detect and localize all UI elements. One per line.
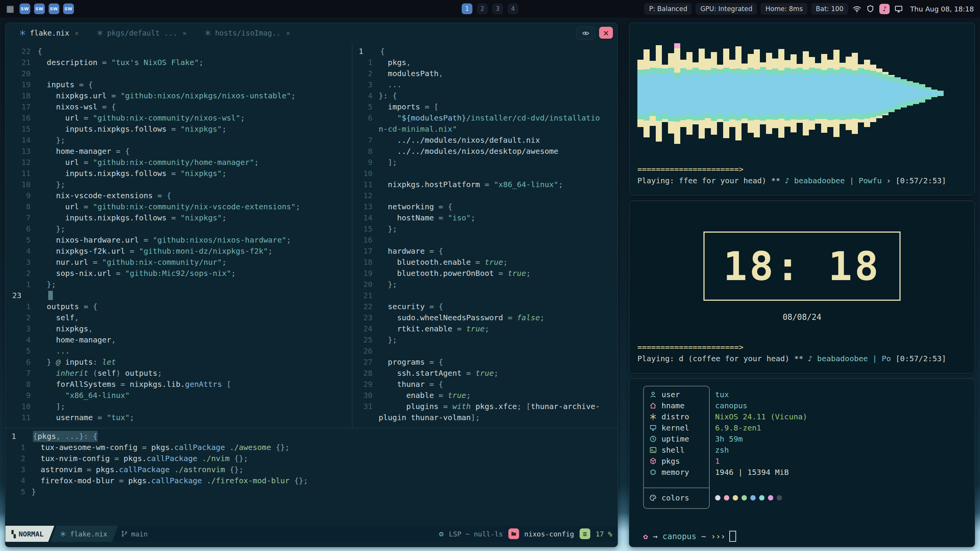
- distro-icon: [648, 413, 658, 421]
- visualizer-column: [931, 32, 938, 155]
- visualizer-window: ======================> Playing: ffee fo…: [629, 23, 975, 196]
- tab-hosts/isoImag..[interactable]: hosts/isoImag..×: [204, 29, 290, 37]
- eye-icon: [582, 29, 590, 37]
- code-line: 30 enable = true;: [357, 390, 617, 401]
- visualizer-column: [729, 32, 735, 155]
- code-line: 25 };: [357, 334, 617, 346]
- code-line: 18 nixpkgs.url = "github:nixos/nixpkgs/n…: [11, 90, 352, 101]
- shield-icon[interactable]: [866, 5, 875, 13]
- code-line: 11 username = "tux";: [11, 412, 352, 423]
- code-line: 18 bluetooth.enable = true;: [357, 257, 617, 268]
- code-line: 2 self,: [11, 312, 352, 323]
- workspace-icon[interactable]: SW: [63, 3, 74, 14]
- code-line: 1{: [357, 46, 617, 57]
- color-dot: [733, 495, 738, 500]
- workspace-icon[interactable]: SW: [20, 3, 30, 14]
- uptime-icon: [648, 435, 658, 443]
- visualizer-column: [656, 32, 662, 155]
- fetch-row-distro: distroNixOS 24.11 (Vicuna): [643, 411, 961, 422]
- code-line: 14 };: [11, 135, 352, 146]
- code-pane-iso[interactable]: 1{1 pkgs,2 modulesPath,3 ...4}: {5 impor…: [353, 43, 617, 428]
- gear-icon: ⚙: [439, 529, 444, 538]
- music-icon[interactable]: ♪: [879, 4, 890, 14]
- code-line: 22 security = {: [357, 301, 617, 312]
- shell-icon: [648, 446, 658, 454]
- visualizer-column: [895, 32, 901, 155]
- code-line: 15 };: [357, 223, 617, 235]
- code-line: 12 url = "github:nix-community/home-mana…: [11, 157, 352, 168]
- tag-2[interactable]: 2: [477, 3, 488, 14]
- code-line: 6 };: [11, 223, 352, 235]
- color-dot: [742, 495, 747, 500]
- code-pane-flake[interactable]: 22{21 description = "tux's NixOS Flake";…: [5, 43, 352, 428]
- terminal-cursor: [729, 531, 736, 542]
- window-close-button[interactable]: ×: [599, 27, 613, 39]
- tab-flake.nix[interactable]: flake.nix×: [19, 29, 79, 37]
- status-chip: P: Balanced: [644, 3, 692, 15]
- code-line: 10 };: [11, 179, 352, 190]
- workspace-icon[interactable]: SW: [49, 3, 59, 14]
- color-dot: [759, 495, 764, 500]
- visualizer-column: [938, 32, 944, 155]
- preview-toggle-button[interactable]: [576, 27, 595, 39]
- workspace-icon[interactable]: SW: [34, 3, 45, 14]
- visualizer-column: [760, 32, 766, 155]
- scroll-progress-icon: ≡: [580, 528, 590, 539]
- tab-close-icon[interactable]: ×: [286, 29, 290, 37]
- visualizer-column: [846, 32, 852, 155]
- visualizer-column: [668, 32, 674, 155]
- visualizer-column: [827, 32, 833, 155]
- workspace-list: SWSWSWSW: [20, 3, 74, 14]
- user-icon: [648, 391, 658, 398]
- code-line: 7 ../../modules/nixos/default.nix: [357, 135, 617, 146]
- code-line: 20: [11, 68, 352, 79]
- shell-prompt[interactable]: ✿ → canopus ~ ›››: [643, 531, 736, 542]
- visualizer-column: [858, 32, 864, 155]
- folder-icon: [511, 531, 517, 537]
- visualizer-column: [766, 32, 772, 155]
- visualizer-column: [919, 32, 925, 155]
- visualizer-column: [754, 32, 760, 155]
- launcher-icon[interactable]: ▦: [6, 5, 14, 13]
- tag-4[interactable]: 4: [508, 3, 518, 14]
- visualizer-column: [901, 32, 907, 155]
- code-line: 5}: [10, 486, 617, 497]
- tag-1[interactable]: 1: [462, 3, 472, 14]
- visualizer-column: [809, 32, 815, 155]
- mode-icon: ▚: [11, 530, 16, 538]
- code-line: 8 forAllSystems = nixpkgs.lib.genAttrs [: [11, 379, 352, 390]
- now-playing: Playing: d (coffee for your head) ** ♪ b…: [637, 354, 969, 365]
- topbar-clock: Thu Aug 08, 18:18: [910, 5, 974, 13]
- system-status-chips: P: BalancedGPU: IntegratedHome: 8msBat: …: [644, 3, 848, 15]
- code-line: 21: [357, 290, 617, 301]
- code-line: 21 description = "tux's NixOS Flake";: [11, 57, 352, 68]
- wifi-icon[interactable]: [853, 5, 861, 13]
- nix-icon: [204, 29, 211, 36]
- tab-close-icon[interactable]: ×: [75, 29, 79, 37]
- color-dot: [724, 495, 729, 500]
- code-line: n-cd-minimal.nix": [357, 124, 617, 135]
- fetch-row-shell: shellzsh: [643, 444, 961, 455]
- editor-window: flake.nix×pkgs/default ...×hosts/isoImag…: [5, 23, 618, 547]
- display-icon[interactable]: [894, 5, 903, 13]
- visualizer-column: [803, 32, 809, 155]
- code-line: 1{pkgs, ...}: {: [10, 431, 617, 442]
- colors-label: colors: [662, 493, 709, 502]
- tag-3[interactable]: 3: [492, 3, 503, 14]
- code-line: 10 ];: [11, 401, 352, 412]
- fetch-row-memory: memory1946 | 15394 MiB: [643, 466, 961, 478]
- fetch-row-pkgs: pkgs1: [643, 455, 961, 466]
- visualizer-column: [907, 32, 913, 155]
- tab-close-icon[interactable]: ×: [183, 29, 187, 37]
- code-line: 19 bluetooth.powerOnBoot = true;: [357, 268, 617, 279]
- visualizer-column: [644, 32, 650, 155]
- terminal-palette: [715, 495, 782, 500]
- fetch-row-hname: hnamecanopus: [643, 400, 961, 411]
- digital-clock: 18: 18: [704, 231, 901, 301]
- visualizer-column: [889, 32, 895, 155]
- progress-arrow: ======================>: [637, 342, 969, 354]
- command-line[interactable]: [5, 542, 617, 547]
- visualizer-column: [723, 32, 729, 155]
- tab-pkgs/default ...[interactable]: pkgs/default ...×: [96, 29, 187, 37]
- code-pane-pkgs[interactable]: 1{pkgs, ...}: {1 tux-awesome-wm-config =…: [5, 429, 617, 526]
